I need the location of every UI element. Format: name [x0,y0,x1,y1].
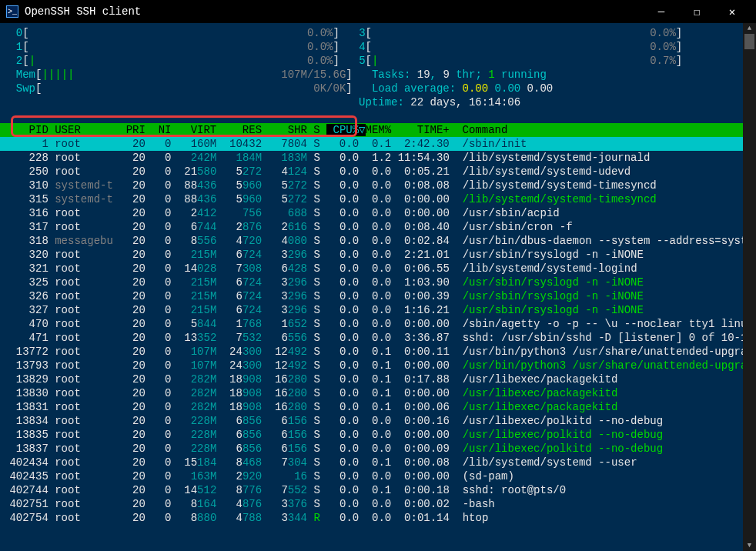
window-titlebar: >_ OpenSSH SSH client — ☐ ✕ [0,0,756,23]
table-row[interactable]: 402751 root 20 0 8164 4876 3376 S 0.0 0.… [0,497,743,511]
maximize-button[interactable]: ☐ [679,0,714,23]
close-button[interactable]: ✕ [714,0,750,23]
scrollbar[interactable]: ▲ ▼ [743,23,756,551]
table-row[interactable]: 250 root 20 0 21580 5272 4124 S 0.0 0.0 … [0,165,743,179]
table-row[interactable]: 13837 root 20 0 228M 6856 6156 S 0.0 0.0… [0,442,743,456]
titlebar-left: >_ OpenSSH SSH client [6,5,141,18]
table-row[interactable]: 326 root 20 0 215M 6724 3296 S 0.0 0.0 0… [0,289,743,303]
table-row[interactable]: 325 root 20 0 215M 6724 3296 S 0.0 0.0 1… [0,276,743,289]
table-row[interactable]: 13830 root 20 0 282M 18908 16280 S 0.0 0… [0,386,743,400]
table-row[interactable]: 321 root 20 0 14028 7308 6428 S 0.0 0.0 … [0,262,743,276]
uptime: Uptime: 22 days, 16:14:06 [0,95,743,109]
cpu-meter: 0[ 0.0%] 3[ 0.0%] [0,26,743,40]
table-row[interactable]: 13793 root 20 0 107M 24300 12492 S 0.0 0… [0,359,743,372]
table-row[interactable]: 327 root 20 0 215M 6724 3296 S 0.0 0.0 1… [0,303,743,317]
table-row[interactable]: 13831 root 20 0 282M 18908 16280 S 0.0 0… [0,400,743,414]
table-row[interactable]: 402435 root 20 0 163M 2920 16 S 0.0 0.0 … [0,469,743,483]
scroll-up-icon[interactable]: ▲ [743,23,756,34]
window-title: OpenSSH SSH client [25,5,141,18]
table-row[interactable]: 402754 root 20 0 8880 4788 3344 R 0.0 0.… [0,511,743,525]
cpu-meter: 1[ 0.0%] 4[ 0.0%] [0,40,743,54]
table-row[interactable]: 310 systemd-t 20 0 88436 5960 5272 S 0.0… [0,179,743,192]
table-row[interactable]: 1 root 20 0 160M 10432 7804 S 0.0 0.1 2:… [0,137,743,151]
table-row[interactable]: 320 root 20 0 215M 6724 3296 S 0.0 0.0 2… [0,248,743,262]
table-row[interactable]: 13772 root 20 0 107M 24300 12492 S 0.0 0… [0,345,743,359]
scroll-down-icon[interactable]: ▼ [743,540,756,551]
table-row[interactable]: 402434 root 20 0 15184 8468 7304 S 0.0 0… [0,456,743,469]
table-row[interactable]: 470 root 20 0 5844 1768 1652 S 0.0 0.0 0… [0,317,743,331]
table-header[interactable]: PID USER PRI NI VIRT RES SHR S CPU%▽MEM%… [0,123,743,137]
app-icon: >_ [6,5,18,18]
minimize-button[interactable]: — [644,0,679,23]
table-row[interactable]: 13829 root 20 0 282M 18908 16280 S 0.0 0… [0,372,743,386]
table-row[interactable]: 228 root 20 0 242M 184M 183M S 0.0 1.2 1… [0,151,743,165]
mem-meter: Mem[||||| 107M/15.6G] Tasks: 19, 9 thr; … [0,68,743,82]
terminal-area[interactable]: 0[ 0.0%] 3[ 0.0%] 1[ 0.0%] 4[ [0,23,743,551]
table-row[interactable]: 13834 root 20 0 228M 6856 6156 S 0.0 0.0… [0,414,743,428]
cpu-meter: 2[| 0.0%] 5[| 0.7%] [0,54,743,68]
table-row[interactable]: 316 root 20 0 2412 756 688 S 0.0 0.0 0:0… [0,206,743,220]
table-row[interactable]: 317 root 20 0 6744 2876 2616 S 0.0 0.0 0… [0,220,743,234]
table-row[interactable]: 318 messagebu 20 0 8556 4720 4080 S 0.0 … [0,234,743,248]
scroll-thumb[interactable] [744,34,754,49]
table-row[interactable]: 402744 root 20 0 14512 8776 7552 S 0.0 0… [0,483,743,497]
table-row[interactable]: 13835 root 20 0 228M 6856 6156 S 0.0 0.0… [0,428,743,442]
table-row[interactable]: 471 root 20 0 13352 7532 6556 S 0.0 0.0 … [0,331,743,345]
swp-meter: Swp[ 0K/0K] Load average: 0.00 0.00 0.00 [0,82,743,95]
table-row[interactable]: 315 systemd-t 20 0 88436 5960 5272 S 0.0… [0,192,743,206]
titlebar-controls: — ☐ ✕ [644,0,750,23]
